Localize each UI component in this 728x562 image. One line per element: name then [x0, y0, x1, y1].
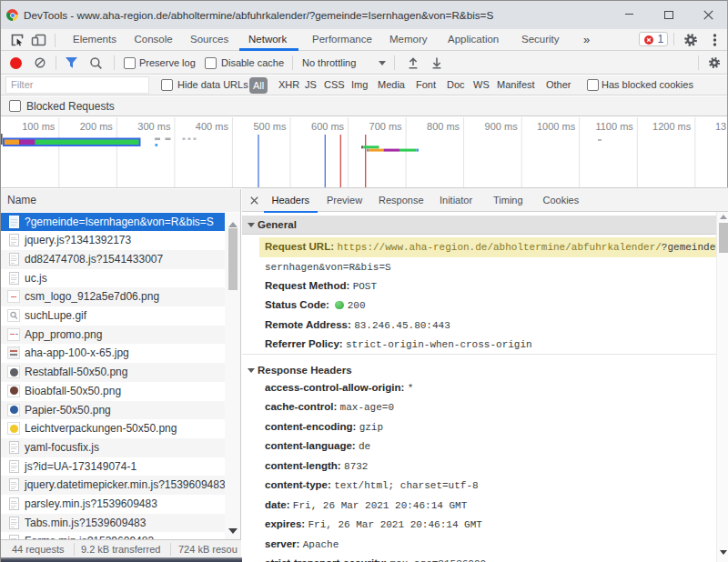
svg-text:200 ms: 200 ms: [80, 121, 114, 132]
svg-text:1100 ms: 1100 ms: [595, 121, 633, 132]
svg-text:500 ms: 500 ms: [253, 121, 287, 132]
svg-text:800 ms: 800 ms: [427, 121, 460, 132]
svg-text:600 ms: 600 ms: [311, 121, 345, 132]
svg-text:1200 ms: 1200 ms: [652, 121, 692, 132]
svg-text:1000 ms: 1000 ms: [537, 121, 576, 132]
svg-text:13: 13: [715, 121, 726, 132]
svg-text:900 ms: 900 ms: [485, 121, 519, 132]
svg-text:700 ms: 700 ms: [369, 121, 403, 132]
svg-text:100 ms: 100 ms: [22, 121, 56, 132]
svg-text:300 ms: 300 ms: [137, 121, 171, 132]
svg-text:400 ms: 400 ms: [196, 121, 229, 132]
